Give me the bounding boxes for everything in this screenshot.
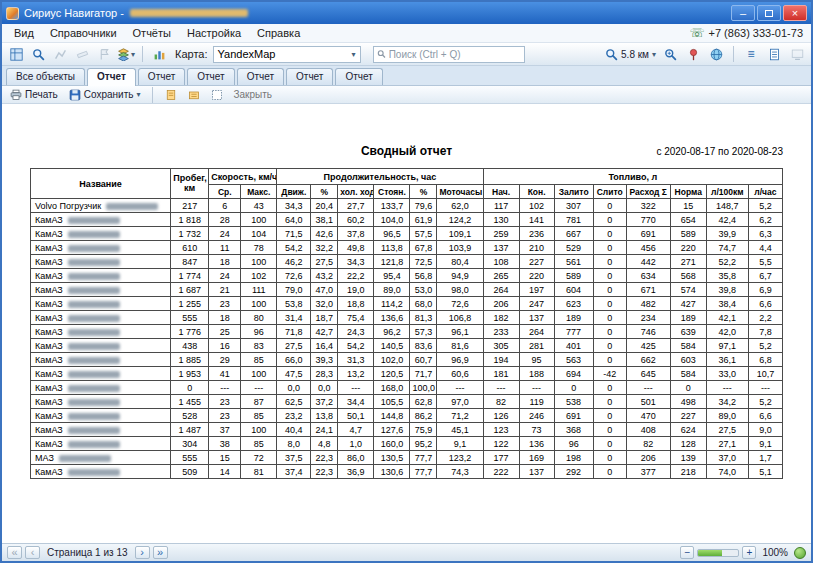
vehicle-name: КамАЗ — [35, 425, 63, 435]
data-cell: 96,2 — [374, 325, 410, 339]
zoom-in-button[interactable]: + — [742, 546, 756, 559]
map-label: Карта: — [175, 48, 208, 60]
redacted-text — [68, 259, 120, 266]
data-cell: 68,0 — [410, 297, 437, 311]
data-cell: 584 — [670, 339, 706, 353]
menu-view[interactable]: Вид — [6, 25, 42, 41]
save-button[interactable]: Сохранить ▾ — [66, 88, 144, 102]
zoom-in-map-button[interactable] — [660, 45, 680, 64]
data-cell: 247 — [519, 297, 554, 311]
print-button[interactable]: Печать — [7, 88, 61, 102]
first-page-button[interactable]: « — [7, 546, 22, 559]
data-cell: 38 — [209, 437, 241, 451]
data-cell: 563 — [554, 353, 593, 367]
data-cell: 60,2 — [338, 213, 374, 227]
marker-button[interactable] — [683, 45, 703, 64]
menu-help[interactable]: Справка — [249, 25, 308, 41]
flag-icon — [98, 48, 111, 61]
data-cell: 96 — [241, 325, 277, 339]
data-cell: 24 — [209, 269, 241, 283]
zoom-slider[interactable] — [697, 549, 739, 557]
data-cell: 108 — [483, 255, 519, 269]
objects-panel-button[interactable] — [6, 45, 26, 64]
data-cell: 189 — [554, 311, 593, 325]
data-cell: 120,5 — [374, 367, 410, 381]
next-page-button[interactable]: › — [135, 546, 150, 559]
maximize-button[interactable] — [757, 5, 781, 21]
close-button[interactable]: × — [783, 5, 807, 21]
data-cell: 0 — [593, 311, 626, 325]
tab-report-1[interactable]: Отчет — [87, 68, 136, 86]
data-cell: 122 — [483, 437, 519, 451]
data-cell: 136 — [519, 437, 554, 451]
chart-button[interactable] — [149, 45, 169, 64]
data-cell: 368 — [554, 423, 593, 437]
objects-list-button[interactable]: ≡ — [741, 45, 761, 64]
vehicle-name-cell: КамАЗ — [31, 409, 171, 423]
data-cell: 770 — [626, 213, 670, 227]
menu-settings[interactable]: Настройка — [179, 25, 249, 41]
data-cell: 137 — [519, 465, 554, 479]
data-cell: 96,1 — [437, 325, 483, 339]
search-input[interactable] — [389, 49, 521, 60]
column-header: Расход Σ — [626, 185, 670, 199]
data-cell: 34,3 — [277, 199, 311, 213]
redacted-text — [68, 413, 120, 420]
prev-page-button[interactable]: ‹ — [25, 546, 40, 559]
table-row: КамАЗ438168327,516,454,2140,583,681,6305… — [31, 339, 783, 353]
data-cell: 9,1 — [748, 437, 782, 451]
column-header-mileage: Пробег, км — [171, 169, 209, 199]
tab-report-6[interactable]: Отчет — [335, 68, 382, 85]
tab-all-objects[interactable]: Все объекты — [6, 68, 85, 85]
data-cell: 0 — [554, 381, 593, 395]
report-list-button[interactable] — [764, 45, 784, 64]
menu-directories[interactable]: Справочники — [42, 25, 125, 41]
map-select[interactable]: YandexMap ▾ — [213, 46, 361, 63]
data-cell: 34,2 — [706, 395, 748, 409]
last-page-button[interactable]: » — [153, 546, 168, 559]
support-phone-area: ☏ +7 (863) 333-01-73 — [690, 26, 808, 40]
close-report-button[interactable]: Закрыть — [233, 89, 272, 100]
data-cell: 130,5 — [374, 451, 410, 465]
data-cell: 667 — [554, 227, 593, 241]
zoom-out-button[interactable]: − — [680, 546, 694, 559]
tab-report-5[interactable]: Отчет — [286, 68, 333, 85]
flag-button[interactable] — [94, 45, 114, 64]
minimize-button[interactable]: – — [731, 5, 755, 21]
data-cell: 24,1 — [311, 423, 338, 437]
data-cell: --- — [338, 381, 374, 395]
data-cell: 654 — [670, 213, 706, 227]
data-cell: 604 — [554, 283, 593, 297]
fit-page-button[interactable] — [794, 547, 806, 559]
monitor-button[interactable] — [787, 45, 807, 64]
preview-button[interactable] — [208, 88, 226, 102]
data-cell: 82 — [626, 437, 670, 451]
data-cell: 194 — [483, 353, 519, 367]
track-line-icon — [54, 48, 67, 61]
data-cell: 623 — [554, 297, 593, 311]
ruler-button[interactable] — [72, 45, 92, 64]
vehicle-name: МАЗ — [35, 453, 54, 463]
vehicle-name-cell: КамАЗ — [31, 423, 171, 437]
table-row: КамАЗ528238523,213,850,1144,886,271,2126… — [31, 409, 783, 423]
data-cell: 307 — [554, 199, 593, 213]
tab-report-2[interactable]: Отчет — [138, 68, 185, 85]
page-setup-button[interactable] — [162, 88, 180, 102]
data-cell: 77,7 — [410, 465, 437, 479]
data-cell: 37,4 — [277, 465, 311, 479]
data-cell: 127,6 — [374, 423, 410, 437]
data-cell: 220 — [670, 241, 706, 255]
search-map-button[interactable] — [28, 45, 48, 64]
layers-button[interactable]: ▾ — [116, 45, 136, 64]
tab-report-4[interactable]: Отчет — [237, 68, 284, 85]
track-button[interactable] — [50, 45, 70, 64]
save-button-label: Сохранить — [84, 89, 134, 100]
globe-button[interactable] — [706, 45, 726, 64]
tab-report-3[interactable]: Отчет — [187, 68, 234, 85]
data-cell: 56,8 — [410, 269, 437, 283]
page-orientation-button[interactable] — [185, 88, 203, 102]
vehicle-name: КамАЗ — [35, 271, 63, 281]
data-cell: 32,0 — [311, 297, 338, 311]
menu-reports[interactable]: Отчёты — [125, 25, 179, 41]
map-scale-indicator[interactable]: 5.8 км ▾ — [604, 45, 657, 64]
